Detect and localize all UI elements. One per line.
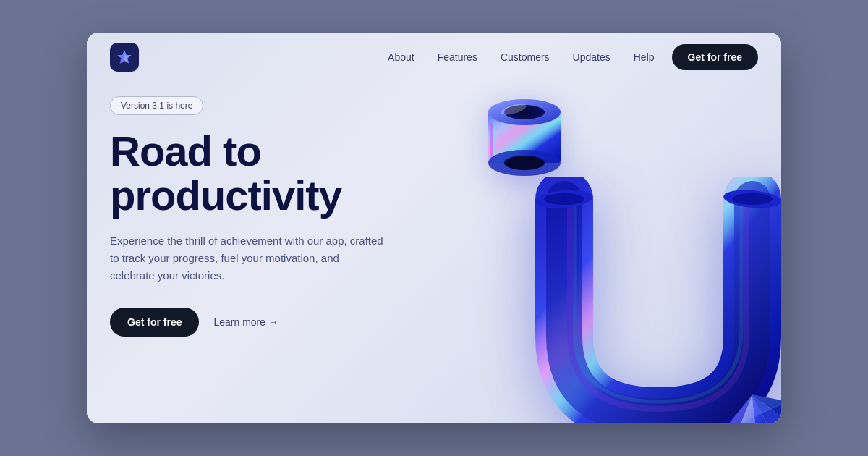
- svg-point-1: [544, 193, 584, 205]
- version-badge: Version 3.1 is here: [110, 96, 203, 115]
- objects-area: [365, 33, 781, 423]
- nav-customers[interactable]: Customers: [501, 51, 550, 63]
- navbar: About Features Customers Updates Help Ge…: [87, 33, 781, 82]
- logo-icon: [116, 48, 133, 66]
- nav-features[interactable]: Features: [438, 51, 477, 63]
- nav-about[interactable]: About: [388, 51, 414, 63]
- nav-help[interactable]: Help: [634, 51, 655, 63]
- nav-updates[interactable]: Updates: [573, 51, 610, 63]
- hero-description: Experience the thrill of achievement wit…: [110, 232, 385, 284]
- svg-point-3: [732, 193, 773, 205]
- svg-rect-5: [490, 123, 493, 163]
- hero-title: Road to productivity: [110, 130, 385, 218]
- hero-cta-secondary[interactable]: Learn more →: [213, 316, 278, 328]
- browser-window: About Features Customers Updates Help Ge…: [87, 33, 781, 423]
- shard-object: [716, 358, 781, 423]
- cta-row: Get for free Learn more →: [110, 308, 385, 337]
- svg-point-10: [504, 156, 545, 170]
- tube-small-object: [477, 90, 571, 185]
- hero-title-line2: productivity: [110, 172, 341, 219]
- learn-more-arrow: →: [268, 316, 278, 328]
- nav-cta-button[interactable]: Get for free: [672, 44, 758, 70]
- hero-content: Version 3.1 is here Road to productivity…: [110, 96, 385, 337]
- learn-more-label: Learn more: [213, 316, 265, 328]
- nav-links: About Features Customers Updates Help: [388, 51, 654, 63]
- hero-cta-primary[interactable]: Get for free: [110, 308, 199, 337]
- hero-title-line1: Road to: [110, 127, 261, 174]
- logo[interactable]: [110, 43, 139, 72]
